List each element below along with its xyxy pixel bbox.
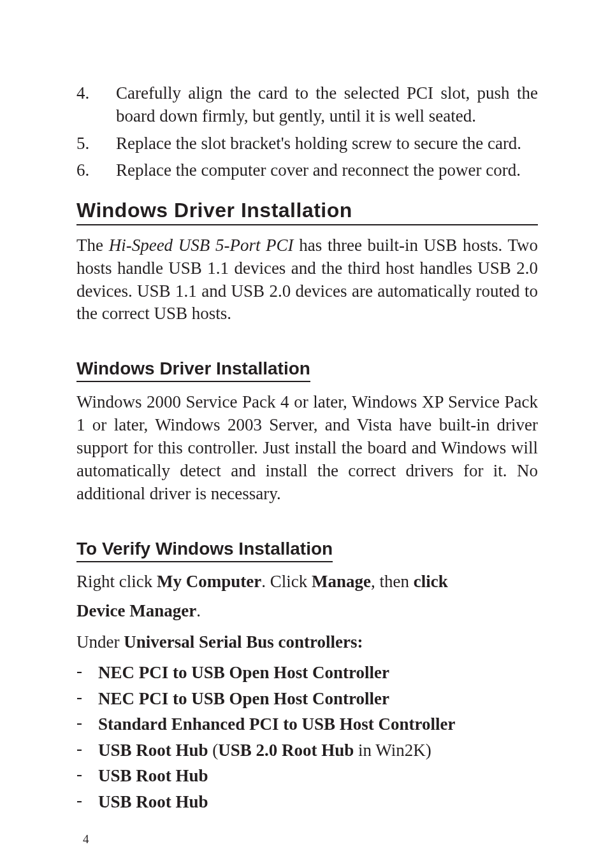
text: Under [76, 632, 124, 651]
list-marker: - [76, 713, 98, 736]
list-item: - USB Root Hub [76, 764, 538, 787]
list-marker: - [76, 661, 98, 684]
list-item: - NEC PCI to USB Open Host Controller [76, 661, 538, 684]
list-item: - Standard Enhanced PCI to USB Host Cont… [76, 713, 538, 736]
text: in Win2K) [354, 741, 431, 760]
verify-line-3: Under Universal Serial Bus controllers: [76, 629, 538, 655]
verify-line-2: Device Manager. [76, 598, 538, 624]
text: . Click [261, 572, 312, 591]
list-text: NEC PCI to USB Open Host Controller [98, 661, 538, 684]
step-6: 6. Replace the computer cover and reconn… [76, 159, 538, 181]
step-5: 5. Replace the slot bracket's holding sc… [76, 132, 538, 155]
list-text: Standard Enhanced PCI to USB Host Contro… [98, 713, 538, 736]
list-marker: - [76, 790, 98, 813]
step-marker: 5. [76, 132, 116, 155]
click-label: click [414, 572, 448, 591]
device-manager-label: Device Manager [76, 601, 196, 620]
usb-root-hub-label: USB Root Hub [98, 741, 208, 760]
list-item: - USB Root Hub (USB 2.0 Root Hub in Win2… [76, 739, 538, 762]
step-text: Carefully align the card to the selected… [116, 82, 538, 128]
step-marker: 6. [76, 159, 116, 181]
text: Right click [76, 572, 157, 591]
intro-paragraph: The Hi-Speed USB 5-Port PCI has three bu… [76, 234, 538, 326]
page-number: 4 [83, 832, 89, 846]
text: The [76, 236, 109, 255]
list-item: - NEC PCI to USB Open Host Controller [76, 687, 538, 710]
list-marker: - [76, 739, 98, 762]
my-computer-label: My Computer [157, 572, 261, 591]
manage-label: Manage [312, 572, 371, 591]
list-text: USB Root Hub (USB 2.0 Root Hub in Win2K) [98, 739, 538, 762]
subheading-verify-windows-installation: To Verify Windows Installation [76, 539, 333, 562]
driver-paragraph: Windows 2000 Service Pack 4 or later, Wi… [76, 391, 538, 506]
list-text: USB Root Hub [98, 764, 538, 787]
list-marker: - [76, 764, 98, 787]
step-text: Replace the computer cover and reconnect… [116, 159, 538, 181]
verify-line-1: Right click My Computer. Click Manage, t… [76, 569, 538, 595]
list-marker: - [76, 687, 98, 710]
list-text: NEC PCI to USB Open Host Controller [98, 687, 538, 710]
heading-windows-driver-installation: Windows Driver Installation [76, 199, 538, 225]
text: ( [208, 741, 219, 760]
step-text: Replace the slot bracket's holding screw… [116, 132, 538, 155]
step-marker: 4. [76, 82, 116, 128]
usb-controllers-label: Universal Serial Bus controllers: [124, 632, 363, 651]
text: , then [371, 572, 414, 591]
step-4: 4. Carefully align the card to the selec… [76, 82, 538, 128]
usb-2-root-hub-label: USB 2.0 Root Hub [218, 741, 354, 760]
subheading-windows-driver-installation: Windows Driver Installation [76, 359, 310, 382]
product-name: Hi-Speed USB 5-Port PCI [109, 236, 294, 255]
list-item: - USB Root Hub [76, 790, 538, 813]
text: . [196, 601, 201, 620]
list-text: USB Root Hub [98, 790, 538, 813]
